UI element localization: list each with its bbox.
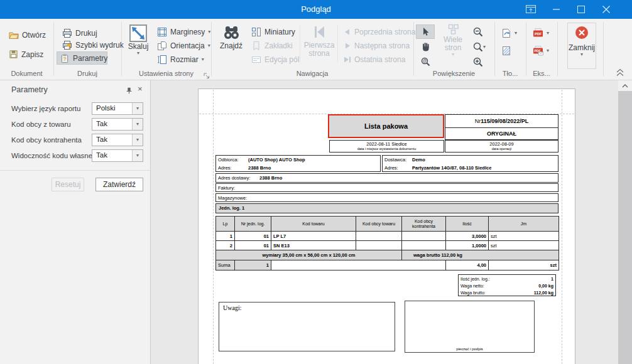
zoom-in-button[interactable] <box>470 55 486 69</box>
col-header-unit-no: Nr jedn. log. <box>235 217 271 232</box>
cell-foreign-product-code <box>356 241 402 250</box>
watermark-button[interactable]: ▾ <box>499 26 520 40</box>
parameters-button[interactable]: ? Parametry <box>57 51 107 65</box>
cell-foreign-contractor-code <box>402 241 446 250</box>
apply-button[interactable]: Zatwierdź <box>95 178 143 191</box>
own-code-visibility-value: Tak <box>92 150 132 161</box>
orientation-button[interactable]: Orientacja ▾ <box>155 39 213 52</box>
language-select[interactable]: Polski ▾ <box>92 102 143 115</box>
combo-dropdown-button[interactable]: ▾ <box>132 103 143 114</box>
page-background-button[interactable] <box>499 44 514 57</box>
collapse-ribbon-button[interactable] <box>616 68 624 79</box>
logistic-unit-header: Jedn. log. 1 <box>215 203 558 213</box>
thumbnails-icon <box>251 27 261 37</box>
reset-button: Resetuj <box>52 178 84 191</box>
save-button[interactable]: Zapisz <box>6 48 46 61</box>
close-preview-icon <box>575 26 589 40</box>
chevron-down-icon: ▾ <box>136 106 139 111</box>
pdf-email-icon: PDF <box>533 46 543 56</box>
stamp-caption: pieczęć i podpis <box>405 347 534 351</box>
page-size-icon <box>157 55 167 65</box>
totals-net-label: Waga netto: <box>460 282 484 289</box>
last-page-icon <box>344 56 351 63</box>
pin-window-icon <box>526 5 536 14</box>
scrollbar-thumb[interactable] <box>618 91 632 364</box>
scale-button[interactable]: Skaluj ▾ <box>124 24 152 56</box>
scale-icon <box>129 24 148 43</box>
sum-spacer <box>271 260 446 270</box>
zoom-out-button[interactable] <box>470 24 486 39</box>
group-label-powiekszenie: Powiększenie <box>413 70 494 77</box>
col-header-quantity: Ilość <box>446 217 489 232</box>
group-separator <box>494 22 495 76</box>
dropdown-arrow: ▾ <box>515 31 517 36</box>
param-label-foreign-code-product: Kod obcy z towaru <box>11 118 71 131</box>
combo-dropdown-button[interactable]: ▾ <box>132 134 143 146</box>
quick-print-button[interactable]: Szybki wydruk <box>60 38 126 51</box>
supplier-address-label: Adres: <box>384 164 412 172</box>
size-button[interactable]: Rozmiar ▾ <box>155 53 207 66</box>
notes-label: Uwagi: <box>223 304 241 311</box>
open-button[interactable]: Otwórz <box>6 28 48 41</box>
close-preview-button[interactable]: Zamknij ▾ <box>567 23 596 69</box>
find-button[interactable]: Znajdź <box>216 25 246 50</box>
totals-units-value: 1 <box>551 276 553 282</box>
close-panel-button[interactable]: × <box>138 84 143 94</box>
recipient-value: (AUTO Shop) AUTO Shop <box>248 156 305 164</box>
language-value: Polski <box>92 103 132 114</box>
bookmark-icon <box>251 41 261 51</box>
pin-panel-button[interactable] <box>125 86 133 97</box>
ribbon: Otwórz Zapisz Dokument Drukuj Szybki wyd… <box>0 19 632 80</box>
thumbnails-button[interactable]: Miniatury <box>249 25 298 38</box>
scrollbar-up-button[interactable] <box>618 80 632 91</box>
supplier-address-value: Partyzantów 14G/87, 08-110 Siedlce <box>412 164 491 172</box>
minimize-button[interactable] <box>543 0 569 19</box>
recipient-label: Odbiorca: <box>218 156 248 164</box>
foreign-code-contractor-select[interactable]: Tak ▾ <box>92 134 143 146</box>
print-button[interactable]: Drukuj <box>60 26 100 40</box>
delivery-address-value: 2388 Brno <box>259 174 282 182</box>
zoom-region-tool-button[interactable]: @ <box>416 55 435 69</box>
subgroup-separator <box>337 25 338 63</box>
group-label-tlo: Tło... <box>494 70 526 77</box>
margins-button[interactable]: Marginesy ▾ <box>155 25 213 38</box>
sum-quantity: 4,00 <box>446 260 489 270</box>
foreign-code-product-select[interactable]: Tak ▾ <box>92 118 143 131</box>
foreign-code-product-value: Tak <box>92 119 132 130</box>
operation-date-cell: 2022-08-09 data operacji <box>445 140 558 153</box>
issue-date-cell: 2022-08-11 Siedlce data i miejsce wystaw… <box>329 140 444 153</box>
items-table: Lp Nr jedn. log. Kod towaru Kod obcy tow… <box>215 216 559 270</box>
zoom-region-icon: @ <box>421 57 430 67</box>
dropdown-arrow: ▾ <box>483 45 486 50</box>
pointer-tool-button[interactable] <box>416 24 435 39</box>
combo-dropdown-button[interactable]: ▾ <box>132 119 143 130</box>
pin-window-button[interactable] <box>518 0 543 19</box>
hand-icon <box>421 42 430 51</box>
orientation-icon <box>157 41 167 51</box>
vertical-scrollbar[interactable] <box>618 80 632 364</box>
send-pdf-email-button[interactable]: PDF ▾ <box>530 44 552 57</box>
close-window-icon <box>602 6 610 13</box>
invoices-label: Faktury: <box>218 185 235 192</box>
totals-gross-label: Waga brutto: <box>460 289 486 296</box>
parameters-clipboard-icon: ? <box>60 53 70 63</box>
open-label: Otwórz <box>22 31 46 40</box>
margins-icon <box>157 27 167 37</box>
minimize-icon <box>553 9 560 10</box>
combo-dropdown-button[interactable]: ▾ <box>132 150 143 161</box>
close-window-button[interactable] <box>594 0 619 19</box>
export-pdf-button[interactable]: PDF ▾ <box>530 26 552 40</box>
param-label-language: Wybierz język raportu <box>11 102 80 115</box>
own-code-visibility-select[interactable]: Tak ▾ <box>92 149 143 162</box>
titlebar: Podgląd <box>0 0 632 19</box>
table-row: 1 01 LP L7 3,0000 szt <box>216 232 559 241</box>
many-pages-label: Wiele stron <box>439 36 467 52</box>
orientation-label: Orientacja <box>170 41 205 50</box>
hand-tool-button[interactable] <box>416 40 435 54</box>
zoom-button[interactable]: ▾ <box>469 40 490 54</box>
table-row: 2 01 SN E13 1,0000 szt <box>216 241 559 250</box>
recipient-address-value: 2388 Brno <box>248 164 271 172</box>
maximize-icon <box>577 6 585 13</box>
zoom-in-icon <box>473 57 483 67</box>
maximize-button[interactable] <box>569 0 594 19</box>
